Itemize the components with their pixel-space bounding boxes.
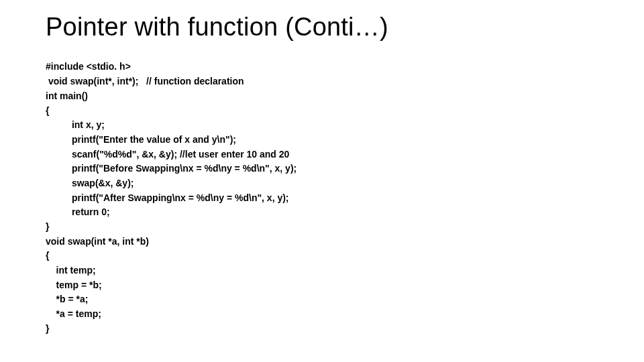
- code-line: return 0;: [46, 206, 110, 217]
- code-line: }: [46, 221, 49, 232]
- slide: Pointer with function (Conti…) #include …: [0, 0, 644, 362]
- code-line: *a = temp;: [46, 308, 101, 319]
- code-line: int temp;: [46, 265, 96, 276]
- code-line: int main(): [46, 90, 88, 101]
- code-line: temp = *b;: [46, 280, 102, 290]
- code-line: {: [46, 105, 49, 116]
- code-line: void swap(int*, int*); // function decla…: [46, 76, 244, 86]
- code-line: printf("Before Swapping\nx = %d\ny = %d\…: [46, 163, 297, 174]
- code-line: }: [46, 323, 49, 334]
- code-line: scanf("%d%d", &x, &y); //let user enter …: [46, 149, 289, 160]
- code-line: int x, y;: [46, 119, 105, 130]
- code-line: printf("After Swapping\nx = %d\ny = %d\n…: [46, 192, 289, 203]
- code-line: *b = *a;: [46, 294, 88, 304]
- code-line: #include <stdio. h>: [46, 61, 131, 72]
- code-line: printf("Enter the value of x and y\n");: [46, 134, 236, 145]
- code-line: swap(&x, &y);: [46, 178, 133, 188]
- page-title: Pointer with function (Conti…): [46, 13, 604, 42]
- code-block: #include <stdio. h> void swap(int*, int*…: [46, 46, 604, 337]
- code-line: void swap(int *a, int *b): [46, 236, 149, 247]
- code-line: {: [46, 250, 49, 261]
